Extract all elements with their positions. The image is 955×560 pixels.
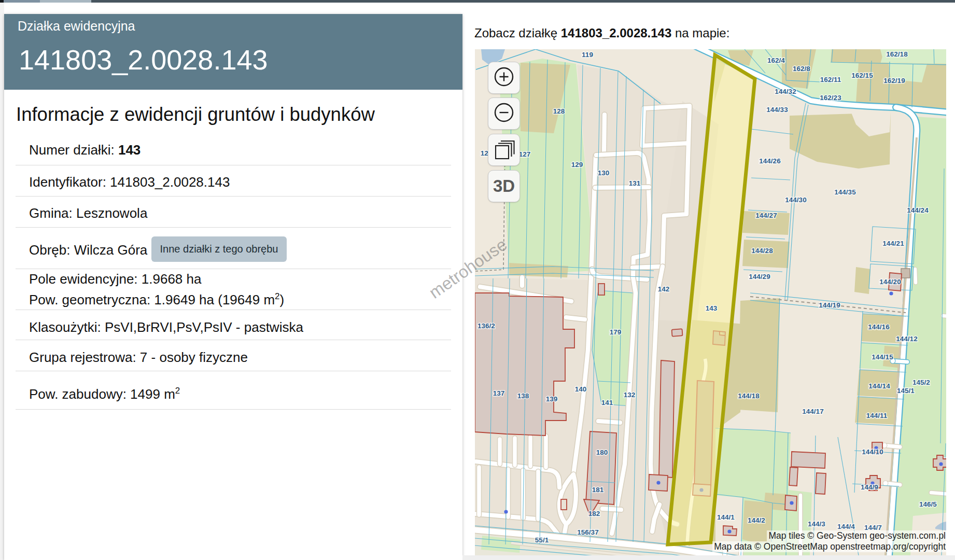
- svg-text:181: 181: [592, 486, 604, 494]
- svg-text:144/18: 144/18: [738, 392, 760, 400]
- svg-text:182: 182: [588, 510, 600, 517]
- svg-text:143: 143: [706, 304, 718, 312]
- svg-text:144/32: 144/32: [775, 88, 796, 95]
- svg-text:144/16: 144/16: [868, 323, 890, 331]
- svg-text:144/30: 144/30: [785, 196, 806, 204]
- svg-text:162/23: 162/23: [820, 94, 841, 102]
- svg-text:145/2: 145/2: [912, 379, 930, 386]
- svg-text:144/24: 144/24: [907, 206, 929, 214]
- svg-text:144/11: 144/11: [866, 412, 888, 419]
- svg-text:162/8: 162/8: [793, 65, 810, 73]
- svg-text:162/4: 162/4: [767, 57, 785, 64]
- svg-text:142: 142: [658, 285, 670, 293]
- svg-text:162/18: 162/18: [886, 50, 908, 58]
- svg-text:180: 180: [596, 449, 608, 456]
- svg-text:156/37: 156/37: [577, 528, 598, 536]
- svg-text:137: 137: [493, 389, 505, 397]
- svg-text:129: 129: [571, 161, 583, 169]
- svg-text:144/1: 144/1: [717, 513, 735, 521]
- svg-text:144/27: 144/27: [755, 212, 777, 219]
- svg-text:138: 138: [517, 392, 529, 400]
- svg-text:140: 140: [575, 385, 587, 393]
- svg-text:144/10: 144/10: [862, 448, 883, 456]
- svg-text:144/14: 144/14: [868, 382, 890, 390]
- svg-text:146/5: 146/5: [919, 500, 937, 508]
- svg-text:144/35: 144/35: [834, 188, 856, 196]
- svg-text:144/15: 144/15: [872, 353, 893, 361]
- svg-text:132: 132: [624, 391, 636, 399]
- svg-text:144/4: 144/4: [837, 523, 855, 530]
- svg-text:144/21: 144/21: [882, 240, 904, 247]
- svg-text:144/2: 144/2: [748, 516, 765, 524]
- svg-text:144/3: 144/3: [808, 520, 825, 528]
- svg-text:127: 127: [519, 150, 531, 158]
- svg-text:145/1: 145/1: [897, 387, 915, 395]
- svg-text:144/17: 144/17: [802, 408, 823, 415]
- svg-text:131: 131: [629, 179, 641, 187]
- svg-text:144/9: 144/9: [861, 483, 878, 491]
- svg-text:144/12: 144/12: [896, 335, 917, 343]
- svg-text:162/15: 162/15: [851, 72, 873, 79]
- svg-text:144/33: 144/33: [766, 106, 788, 114]
- svg-text:144/20: 144/20: [879, 278, 901, 286]
- svg-text:144/19: 144/19: [819, 301, 840, 309]
- svg-text:119: 119: [582, 51, 593, 59]
- svg-text:162/19: 162/19: [883, 77, 905, 85]
- svg-text:139: 139: [546, 395, 558, 403]
- svg-text:144/28: 144/28: [751, 247, 773, 255]
- svg-text:162/11: 162/11: [820, 76, 841, 83]
- svg-text:144/29: 144/29: [749, 273, 770, 281]
- svg-text:141: 141: [601, 399, 613, 407]
- svg-text:144/26: 144/26: [759, 157, 781, 165]
- svg-text:55/1: 55/1: [535, 536, 549, 544]
- svg-text:179: 179: [610, 328, 622, 336]
- svg-text:130: 130: [598, 169, 610, 177]
- svg-text:128: 128: [553, 107, 565, 115]
